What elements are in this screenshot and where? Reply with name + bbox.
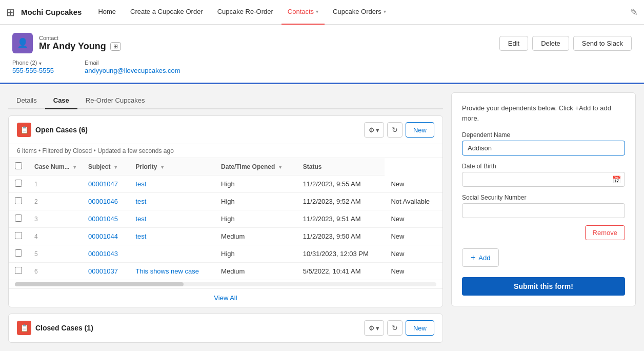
closed-new-button[interactable]: New (406, 320, 434, 336)
row-checkbox[interactable] (15, 267, 22, 274)
status-cell: New (385, 245, 442, 263)
datetime-cell: 10/31/2023, 12:03 PM (297, 245, 385, 263)
scroll-thumb (15, 282, 184, 286)
closed-cases-title: Closed Cases (1) (35, 324, 360, 332)
submit-button[interactable]: Submit this form! (462, 277, 625, 296)
closed-cases-panel: 📋 Closed Cases (1) ⚙ ▾ ↻ New (8, 314, 443, 343)
delete-button[interactable]: Delete (532, 36, 569, 51)
case-number-link[interactable]: 00001043 (88, 250, 118, 258)
new-case-button[interactable]: New (406, 122, 434, 138)
case-subject-link[interactable]: test (135, 180, 146, 188)
nav-reorder[interactable]: Cupcake Re-Order (211, 0, 279, 25)
contact-icon: 👤 (12, 33, 33, 53)
ssn-input[interactable] (462, 203, 625, 218)
subject-cell (129, 245, 215, 263)
row-checkbox[interactable] (15, 232, 22, 239)
row-checkbox-cell (9, 263, 28, 280)
table-row: 4 00001044 test Medium 11/2/2023, 9:50 A… (9, 228, 442, 245)
cases-header: 📋 Open Cases (6) ⚙ ▾ ↻ New (9, 116, 442, 144)
closed-gear-button[interactable]: ⚙ ▾ (364, 320, 384, 336)
th-subject[interactable]: Subject ▾ (82, 158, 129, 176)
th-status: Status (297, 158, 385, 176)
cases-header-buttons: ⚙ ▾ ↻ New (364, 122, 434, 138)
tab-case[interactable]: Case (45, 92, 77, 109)
remove-button[interactable]: Remove (585, 225, 625, 240)
cases-icon: 📋 (17, 123, 31, 137)
datetime-cell: 11/2/2023, 9:55 AM (297, 176, 385, 193)
th-priority[interactable]: Priority ▾ (129, 158, 215, 176)
open-cases-title: Open Cases (6) (35, 126, 360, 134)
add-button[interactable]: + Add (462, 248, 499, 267)
email-field: Email andyyoung@ilovecupcakes.com (85, 60, 180, 74)
row-checkbox[interactable] (15, 249, 22, 257)
case-subject-link[interactable]: test (135, 198, 146, 205)
header-buttons: Edit Delete Send to Slack (499, 36, 632, 51)
right-panel: Provide your dependents below. Click +Ad… (451, 92, 636, 306)
case-subject-link[interactable]: test (135, 215, 146, 223)
th-case-num[interactable]: Case Num... ▾ (28, 158, 82, 176)
contact-name: Mr Andy Young (39, 41, 106, 52)
row-checkbox[interactable] (15, 180, 22, 187)
table-row: 2 00001046 test High 11/2/2023, 9:52 AM … (9, 193, 442, 210)
case-number-link[interactable]: 00001046 (88, 198, 118, 205)
horizontal-scrollbar[interactable] (15, 282, 436, 286)
main-content: Details Case Re-Order Cupcakes 📋 Open Ca… (0, 84, 644, 351)
row-checkbox-cell (9, 210, 28, 228)
cases-table: Case Num... ▾ Subject ▾ Priority ▾ (9, 158, 442, 280)
row-number: 1 (28, 176, 82, 193)
tab-details[interactable]: Details (8, 92, 45, 109)
calendar-icon[interactable]: 📅 (612, 176, 621, 184)
select-all-checkbox[interactable] (15, 162, 22, 169)
tab-reorder[interactable]: Re-Order Cupcakes (77, 92, 153, 109)
row-checkbox[interactable] (15, 197, 22, 204)
case-number-link[interactable]: 00001045 (88, 215, 118, 223)
send-to-slack-button[interactable]: Send to Slack (573, 36, 632, 51)
nav-cupcake-orders[interactable]: Cupcake Orders ▾ (327, 0, 392, 25)
row-checkbox-cell (9, 228, 28, 245)
nav-create-order[interactable]: Create a Cupcake Order (124, 0, 209, 25)
phone-field: Phone (2) ▾ 555-555-5555 (12, 60, 54, 74)
case-number-link[interactable]: 00001044 (88, 232, 118, 240)
cases-table-scroll: Case Num... ▾ Subject ▾ Priority ▾ (9, 158, 442, 288)
sort-icon: ▾ (73, 164, 76, 170)
edit-icon[interactable]: ✎ (630, 7, 638, 18)
case-subject-link[interactable]: test (135, 232, 146, 240)
email-label: Email (85, 60, 180, 66)
email-value[interactable]: andyyoung@ilovecupcakes.com (85, 67, 180, 74)
ssn-field: Social Security Number (462, 194, 625, 218)
phone-dropdown-icon[interactable]: ▾ (39, 61, 42, 66)
th-datetime[interactable]: Date/Time Opened ▾ (215, 158, 297, 176)
date-of-birth-input[interactable] (462, 172, 625, 187)
form-description: Provide your dependents below. Click +Ad… (462, 103, 625, 123)
view-all-link[interactable]: View All (9, 288, 442, 307)
date-of-birth-field: Date of Birth 📅 (462, 163, 625, 187)
contact-info: 👤 Contact Mr Andy Young ⊞ (12, 33, 121, 53)
contact-partner-badge: ⊞ (110, 42, 121, 51)
datetime-cell: 5/5/2022, 10:41 AM (297, 263, 385, 280)
dependent-name-input[interactable] (462, 141, 625, 155)
case-subject-link[interactable]: This shows new case (135, 267, 199, 275)
row-number: 4 (28, 228, 82, 245)
case-number-link[interactable]: 00001047 (88, 180, 118, 188)
status-cell: New (385, 210, 442, 228)
row-number: 5 (28, 245, 82, 263)
edit-button[interactable]: Edit (499, 36, 528, 51)
phone-value[interactable]: 555-555-5555 (12, 67, 54, 74)
case-number-cell: 00001043 (82, 245, 129, 263)
case-number-cell: 00001045 (82, 210, 129, 228)
case-number-link[interactable]: 00001037 (88, 267, 118, 275)
gear-settings-button[interactable]: ⚙ ▾ (364, 122, 384, 138)
gear-icon: ⚙ (369, 126, 375, 134)
closed-refresh-button[interactable]: ↻ (387, 320, 402, 336)
row-checkbox[interactable] (15, 215, 22, 222)
tabs: Details Case Re-Order Cupcakes (8, 92, 443, 109)
subject-cell: test (129, 193, 215, 210)
grid-icon[interactable]: ⊞ (6, 6, 15, 18)
sort-icon: ▾ (279, 164, 281, 170)
row-checkbox-cell (9, 245, 28, 263)
chevron-down-icon: ▾ (316, 9, 318, 14)
nav-home[interactable]: Home (92, 0, 122, 25)
refresh-button[interactable]: ↻ (387, 122, 402, 138)
contact-type-icon: 👤 (17, 37, 28, 49)
nav-contacts[interactable]: Contacts ▾ (281, 0, 325, 25)
